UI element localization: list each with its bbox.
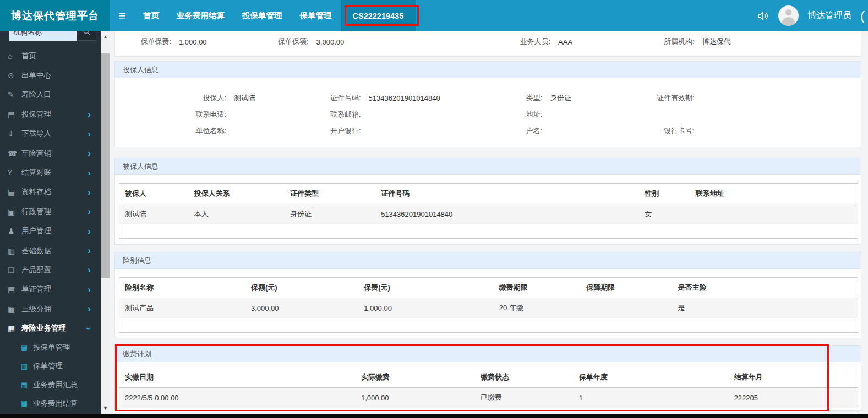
table-cell: 本人 — [189, 204, 285, 224]
sidebar-item-label: 资料存档 — [21, 187, 51, 197]
archive-icon: ▤ — [8, 188, 21, 196]
sidebar-item-auto-marketing[interactable]: ☎ 车险营销 › — [0, 144, 101, 163]
table-cell: 20 年缴 — [494, 298, 581, 318]
sidebar-item-doc-mgmt[interactable]: ▤ 单证管理 › — [0, 280, 101, 299]
top-nav: ≡ 首页 业务费用结算 投保单管理 保单管理 CS222219435 — [110, 0, 416, 31]
sidebar-item-issue-center[interactable]: ⊙ 出单中心 — [0, 65, 101, 85]
table-cell: 1 — [574, 388, 729, 408]
column-header: 实缴日期 — [119, 367, 356, 388]
grid-icon: ▦ — [21, 381, 33, 389]
power-icon-partial[interactable]: ( — [860, 8, 867, 24]
sidebar-subitem-policy-mgmt[interactable]: ▦ 保单管理 — [0, 357, 101, 376]
column-header: 是否主险 — [673, 278, 858, 298]
section-title: 险别信息 — [115, 252, 861, 269]
scrollbar-thumb[interactable] — [101, 53, 110, 278]
active-tab-label: CS222219435 — [353, 12, 404, 20]
column-header: 联系地址 — [690, 184, 858, 204]
sidebar-item-label: 行政管理 — [21, 207, 51, 217]
grid-icon: ▦ — [8, 305, 21, 314]
table-cell: 是 — [673, 298, 858, 318]
yen-icon: ¥ — [8, 168, 21, 177]
sidebar-subitem-application-mgmt[interactable]: ▦ 投保单管理 — [0, 338, 101, 357]
risk-info-card: 险别信息 险别名称 保额(元) 保费(元) 缴费期限 保障期限 是否主险 测试产… — [114, 252, 861, 338]
field-label: 业务人员: — [457, 37, 550, 47]
sidebar-item-label: 出单中心 — [21, 70, 51, 80]
column-header: 证件号码 — [375, 184, 639, 204]
sidebar-subitem-label: 投保单管理 — [33, 343, 70, 353]
field-label: 保单保费: — [115, 37, 171, 47]
field-label: 开户银行: — [265, 126, 361, 136]
sidebar-subitem-label: 业务费用结算 — [33, 399, 78, 409]
sidebar-item-label: 产品配置 — [21, 265, 51, 275]
sidebar-scrollbar[interactable]: ▲ ▼ — [101, 31, 110, 414]
field-value: AAA — [558, 38, 572, 46]
table-cell: 女 — [639, 204, 690, 224]
chevron-right-icon: › — [88, 168, 91, 178]
sidebar-item-download-import[interactable]: ⇓ 下载导入 › — [0, 124, 101, 144]
scroll-down-icon[interactable]: ▼ — [101, 404, 110, 413]
field-label: 联系邮箱: — [265, 109, 361, 119]
chevron-right-icon: › — [88, 188, 91, 197]
field-label: 地址: — [457, 109, 542, 119]
empty-table-row — [119, 224, 858, 239]
book-icon: ❏ — [8, 266, 21, 274]
column-header: 投保人关系 — [189, 184, 285, 204]
user-avatar[interactable] — [778, 6, 799, 26]
pen-icon: ✎ — [8, 90, 21, 99]
field-label: 证件有效期: — [627, 93, 695, 103]
username[interactable]: 博达管理员 — [807, 10, 851, 21]
top-header: 博达保代管理平台 ≡ 首页 业务费用结算 投保单管理 保单管理 CS222219… — [0, 0, 868, 31]
field-label: 所属机构: — [627, 37, 695, 47]
sidebar-subitem-fee-settlement[interactable]: ▦ 业务费用结算 — [0, 394, 101, 413]
column-header: 保额(元) — [245, 278, 358, 298]
grid-icon: ▦ — [21, 343, 33, 351]
file-icon: ▤ — [8, 110, 21, 119]
nav-tab-policy-number[interactable]: CS222219435 — [341, 0, 416, 31]
user-icon: ♟ — [8, 227, 21, 235]
empty-table-row — [119, 318, 858, 333]
chevron-right-icon: › — [88, 129, 91, 139]
table-cell: 2222/5/5 0:00:00 — [119, 388, 356, 408]
sidebar-item-archives[interactable]: ▤ 资料存档 › — [0, 183, 101, 202]
chevron-right-icon: › — [88, 304, 91, 314]
chevron-right-icon: › — [88, 227, 91, 236]
sidebar-item-product-config[interactable]: ❏ 产品配置 › — [0, 260, 101, 279]
table-cell: 已缴费 — [475, 388, 573, 408]
sidebar-subitem-fee-summary[interactable]: ▦ 业务费用汇总 — [0, 376, 101, 394]
list-icon: ▤ — [8, 285, 21, 294]
nav-tab-home[interactable]: 首页 — [134, 0, 168, 31]
table-cell: 测试产品 — [119, 298, 245, 318]
sidebar-item-life-business-mgmt[interactable]: ▦ 寿险业务管理 › — [0, 318, 101, 338]
section-title: 被保人信息 — [115, 158, 861, 175]
scroll-up-icon[interactable]: ▲ — [101, 32, 110, 41]
sidebar-item-home[interactable]: ⌂ 首页 — [0, 46, 101, 65]
app-title: 博达保代管理平台 — [0, 0, 110, 31]
nav-tab-fee-settlement[interactable]: 业务费用结算 — [168, 0, 233, 31]
sidebar-item-label: 首页 — [21, 51, 36, 61]
database-icon: ▥ — [8, 246, 21, 255]
sidebar-item-commission[interactable]: ▦ 三级分佣 › — [0, 299, 101, 318]
menu-toggle-icon[interactable]: ≡ — [110, 0, 134, 31]
sidebar-item-settlement[interactable]: ¥ 结算对账 › — [0, 163, 101, 182]
sidebar: ⌂ 首页 ⊙ 出单中心 ✎ 寿险入口 ▤ 投保管理 › ⇓ 下载导入 › ☎ 车… — [0, 31, 101, 414]
table-cell — [690, 204, 858, 224]
grid-icon: ▦ — [21, 362, 33, 370]
field-label: 联系电话: — [115, 109, 226, 119]
sidebar-item-admin-mgmt[interactable]: ▣ 行政管理 › — [0, 202, 101, 221]
payment-plan-card: 缴费计划 实缴日期 实际缴费 缴费状态 保单年度 结算年月 2222/5/5 0… — [114, 345, 861, 411]
nav-tab-policy-mgmt[interactable]: 保单管理 — [291, 0, 341, 31]
column-header: 保单年度 — [574, 367, 729, 388]
column-header: 性别 — [639, 184, 690, 204]
sidebar-item-insure-mgmt[interactable]: ▤ 投保管理 › — [0, 105, 101, 124]
sidebar-subitem-label: 业务费用汇总 — [33, 380, 78, 390]
sidebar-item-life-entry[interactable]: ✎ 寿险入口 — [0, 85, 101, 105]
column-header: 证件类型 — [285, 184, 375, 204]
column-header: 保费(元) — [358, 278, 494, 298]
sidebar-item-user-mgmt[interactable]: ♟ 用户管理 › — [0, 222, 101, 241]
field-label: 投保人: — [115, 93, 226, 103]
table-cell — [581, 298, 672, 318]
nav-tab-application-mgmt[interactable]: 投保单管理 — [233, 0, 291, 31]
speaker-icon[interactable] — [756, 9, 769, 23]
sidebar-item-base-data[interactable]: ▥ 基础数据 › — [0, 241, 101, 260]
insured-table: 被保人 投保人关系 证件类型 证件号码 性别 联系地址 测试陈 本人 身份证 5… — [119, 183, 858, 239]
